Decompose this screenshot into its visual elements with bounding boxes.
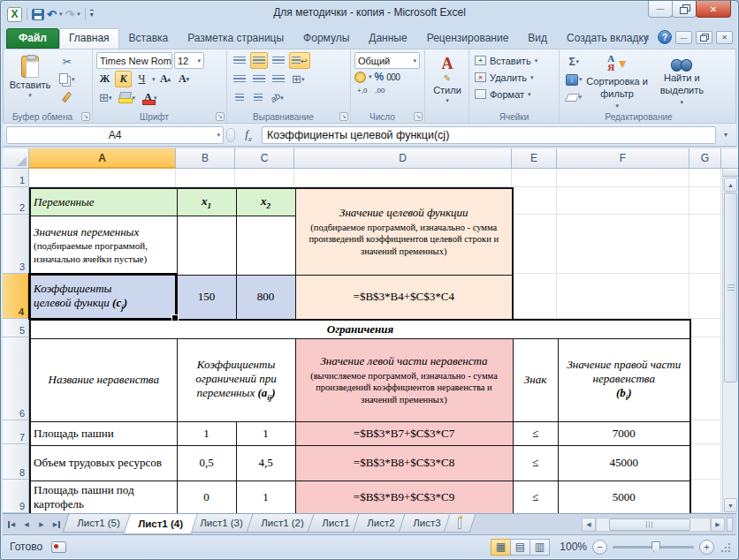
scroll-down-button[interactable]: ▼	[724, 498, 737, 512]
cell-d7[interactable]: =$B$3*B7+$C$3*C7	[295, 421, 513, 445]
currency-icon[interactable]	[354, 72, 366, 83]
vertical-scrollbar-thumb[interactable]	[724, 193, 737, 382]
tab-insert[interactable]: Вставка	[119, 28, 179, 49]
column-header-d[interactable]: D	[294, 148, 512, 169]
increase-decimal-button[interactable]: +,0	[354, 85, 370, 96]
restore-button[interactable]	[672, 1, 697, 18]
scroll-up-button[interactable]: ▲	[724, 178, 737, 192]
cell-a6[interactable]: Название неравенства	[30, 338, 177, 421]
cell-e6[interactable]: Знак	[513, 338, 558, 421]
cell-b2[interactable]: x1	[177, 188, 236, 216]
wrap-text-button[interactable]: ↩	[289, 52, 310, 69]
orientation-button[interactable]: ab▾	[268, 89, 286, 106]
cell-a9[interactable]: Площадь пашни под картофель	[30, 481, 177, 513]
column-header-e[interactable]: E	[512, 148, 557, 169]
cell-e9[interactable]: ≤	[513, 481, 558, 513]
row-header-7[interactable]: 7	[3, 420, 29, 444]
tab-file[interactable]: Файл	[6, 28, 59, 49]
cell-a2[interactable]: Переменные	[30, 188, 177, 216]
copy-button[interactable]: ▾	[57, 72, 78, 87]
decrease-decimal-button[interactable]: ,00	[372, 85, 387, 96]
cell-c8[interactable]: 4,5	[236, 445, 295, 481]
cell-b7[interactable]: 1	[177, 421, 236, 445]
cell-a7[interactable]: Площадь пашни	[30, 421, 177, 445]
insert-function-button[interactable]: fx	[238, 127, 259, 143]
align-top-button[interactable]	[231, 52, 248, 69]
workbook-close-icon[interactable]: ✕	[716, 31, 733, 44]
tab-formulas[interactable]: Формулы	[293, 28, 359, 49]
sort-filter-button[interactable]: АЯ▼ Сортировка и фильтр ▾	[585, 52, 650, 110]
expand-formula-bar-icon[interactable]: ▾	[719, 131, 733, 139]
column-header-c[interactable]: C	[235, 148, 294, 169]
column-header-g[interactable]: G	[689, 148, 721, 169]
prev-sheet-button[interactable]: ◀	[19, 518, 34, 532]
find-select-button[interactable]: Найти и выделить ▾	[650, 52, 714, 110]
row-header-4[interactable]: 4	[3, 274, 29, 319]
format-painter-button[interactable]	[57, 89, 78, 105]
page-break-view-button[interactable]: ▥	[529, 539, 550, 556]
cell-c7[interactable]: 1	[236, 421, 295, 445]
grow-font-button[interactable]: А▴	[157, 71, 174, 87]
scroll-right-button[interactable]: ▶	[711, 518, 725, 532]
cell-d6[interactable]: Значение левой части неравенста (вычисля…	[295, 338, 513, 421]
cell-f7[interactable]: 7000	[558, 421, 690, 445]
column-header-f[interactable]: F	[557, 148, 689, 169]
help-icon[interactable]: ?	[658, 30, 672, 44]
paste-button[interactable]: Вставить ▾	[7, 52, 53, 110]
decrease-indent-button[interactable]	[231, 89, 248, 106]
cell-f6[interactable]: Значение правой части неравенства (bi)	[558, 338, 690, 421]
styles-button[interactable]: А ✎ Стили ▾	[429, 52, 466, 110]
cell-e8[interactable]: ≤	[513, 445, 558, 481]
comma-style-button[interactable]: 000	[386, 72, 400, 82]
cell-a4[interactable]: Коэффициенты целевой функци (cj)	[30, 275, 177, 320]
copy-dropdown-icon[interactable]: ▾	[72, 76, 75, 83]
cell-c2[interactable]: x2	[236, 188, 295, 216]
minimize-button[interactable]: —	[648, 1, 673, 18]
font-dialog-launcher-icon[interactable]: ↘	[216, 112, 225, 121]
clipboard-dialog-launcher-icon[interactable]: ↘	[81, 112, 90, 121]
resize-grip[interactable]	[720, 541, 731, 553]
cell-f8[interactable]: 45000	[558, 445, 690, 481]
horizontal-scrollbar[interactable]: ◀ ▶	[582, 517, 733, 532]
font-name-select[interactable]: Times New Rom▾	[96, 52, 172, 69]
bold-button[interactable]: Ж	[96, 71, 113, 87]
first-sheet-button[interactable]: ◀	[4, 518, 19, 532]
underline-button[interactable]: Ч	[133, 71, 150, 87]
horizontal-scrollbar-thumb[interactable]	[609, 518, 690, 531]
increase-indent-button[interactable]	[249, 89, 266, 106]
autosum-button[interactable]: Σ▾	[563, 54, 585, 70]
cell-b3[interactable]	[177, 216, 236, 275]
close-button[interactable]: ✕	[696, 1, 731, 18]
tab-view[interactable]: Вид	[518, 28, 557, 49]
row-header-3[interactable]: 3	[3, 215, 29, 274]
cell-b9[interactable]: 0	[177, 481, 236, 513]
cell-a3[interactable]: Значения переменных (подбираемые програм…	[30, 216, 177, 275]
cell-f9[interactable]: 5000	[558, 481, 690, 513]
delete-cells-button[interactable]: × Удалить ▾	[473, 69, 555, 86]
align-bottom-button[interactable]	[270, 52, 287, 69]
horizontal-scrollbar-track[interactable]	[596, 518, 711, 532]
vertical-scrollbar[interactable]: ▲ ▼	[722, 169, 738, 513]
align-left-button[interactable]	[231, 71, 248, 87]
fill-button[interactable]: ↓▾	[563, 72, 585, 87]
column-header-b[interactable]: B	[176, 148, 235, 169]
insert-cells-button[interactable]: + Вставить ▾	[473, 52, 555, 69]
fill-color-button[interactable]: ▾	[116, 89, 138, 106]
collapse-ribbon-icon[interactable]: ∧	[639, 30, 654, 44]
cell-b4[interactable]: 150	[177, 275, 236, 320]
insert-worksheet-button[interactable]	[443, 514, 476, 533]
align-center-button[interactable]	[250, 71, 268, 87]
cell-d9[interactable]: =$B$3*B9+$C$3*C9	[295, 481, 513, 513]
select-all-corner[interactable]	[3, 148, 29, 169]
cell-c4[interactable]: 800	[236, 275, 295, 320]
zoom-level[interactable]: 100%	[555, 541, 587, 553]
number-dialog-launcher-icon[interactable]: ↘	[414, 112, 423, 121]
normal-view-button[interactable]: ▦	[491, 539, 511, 556]
font-size-select[interactable]: 12▾	[174, 52, 204, 69]
sheet-tab-list1-4[interactable]: Лист1 (4)	[123, 514, 197, 534]
align-right-button[interactable]	[270, 71, 287, 87]
cell-d2[interactable]: Значение целевой функции (подбираемое пр…	[295, 188, 513, 275]
row-header-2[interactable]: 2	[3, 187, 29, 215]
workbook-restore-icon[interactable]	[696, 31, 712, 44]
formula-bar-split-handle[interactable]	[226, 128, 235, 142]
